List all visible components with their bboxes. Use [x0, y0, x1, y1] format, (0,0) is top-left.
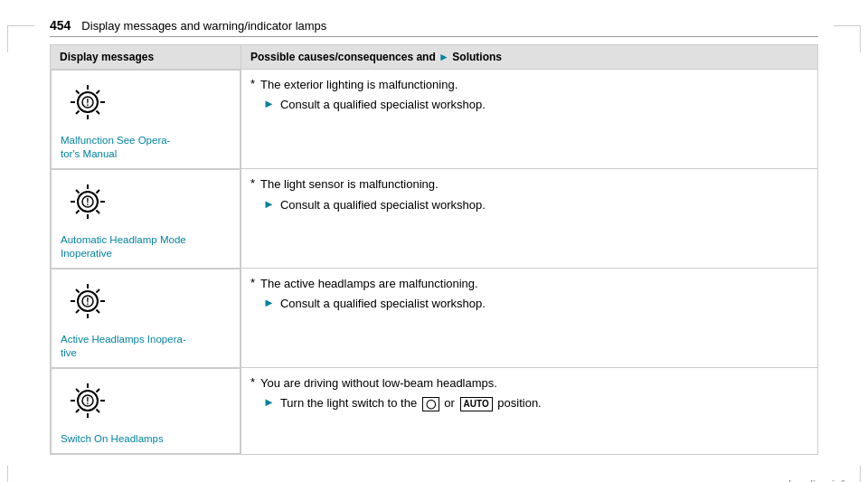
- display-label-1: Malfunction See Opera-tor's Manual: [61, 134, 170, 161]
- display-cell-3: ! Active Headlamps Inopera-tive: [51, 269, 241, 368]
- svg-line-31: [76, 309, 80, 313]
- svg-text:!: !: [86, 98, 89, 108]
- cause-text: The exterior lighting is malfunctioning.: [260, 77, 458, 93]
- svg-line-42: [76, 409, 80, 412]
- auto-badge: AUTO: [460, 397, 493, 411]
- main-table: Display messages Possible causes/consequ…: [50, 44, 818, 455]
- switch-headlamps-icon: !: [61, 376, 115, 426]
- headlamp-malfunction-icon: !: [61, 78, 115, 128]
- table-header-col2: Possible causes/consequences and ► Solut…: [241, 45, 818, 70]
- cause-item: * The active headlamps are malfunctionin…: [250, 276, 808, 292]
- svg-text:!: !: [86, 197, 89, 207]
- icon-area-4: !: [61, 376, 115, 429]
- display-label-4: Switch On Headlamps: [61, 432, 164, 446]
- causes-cell-4: * You are driving without low-beam headl…: [241, 368, 818, 454]
- cause-item: * You are driving without low-beam headl…: [250, 375, 808, 392]
- active-headlamps-icon: !: [61, 277, 115, 326]
- solution-text: Turn the light switch to the ◯ or AUTO p…: [280, 395, 542, 411]
- page-header: 454 Display messages and warning/indicat…: [50, 18, 818, 37]
- page-number: 454: [50, 18, 71, 33]
- page-container: 454 Display messages and warning/indicat…: [0, 18, 868, 482]
- svg-line-41: [97, 389, 100, 392]
- bullet-star: *: [250, 276, 255, 289]
- table-row: ! Active Headlamps Inopera-tive * The ac…: [51, 269, 818, 368]
- display-cell-2: ! Automatic Headlamp ModeInoperative: [51, 169, 241, 269]
- svg-line-39: [76, 389, 80, 392]
- svg-line-30: [97, 289, 100, 293]
- solution-arrow-icon: ►: [263, 296, 275, 309]
- page-title: Display messages and warning/indicator l…: [81, 19, 326, 33]
- icon-area-3: !: [61, 277, 115, 329]
- icon-area-2: !: [61, 177, 115, 230]
- causes-cell-1: * The exterior lighting is malfunctionin…: [241, 70, 818, 169]
- cause-text: The active headlamps are malfunctioning.: [260, 276, 478, 292]
- svg-line-28: [76, 289, 80, 293]
- auto-headlamp-icon: !: [61, 177, 115, 227]
- corner-mark-top-right: [834, 25, 861, 52]
- bullet-star: *: [250, 375, 255, 389]
- svg-line-29: [97, 309, 100, 313]
- causes-cell-3: * The active headlamps are malfunctionin…: [241, 269, 818, 368]
- display-label-3: Active Headlamps Inopera-tive: [61, 333, 186, 360]
- solution-text: Consult a qualified specialist workshop.: [280, 296, 486, 312]
- svg-text:!: !: [86, 297, 89, 307]
- table-row: ! Malfunction See Opera-tor's Manual * T…: [51, 70, 818, 169]
- cause-item: * The exterior lighting is malfunctionin…: [250, 77, 808, 93]
- corner-mark-top-left: [7, 25, 34, 52]
- svg-line-40: [97, 409, 100, 412]
- svg-line-20: [76, 210, 80, 213]
- display-cell-4: ! Switch On Headlamps: [51, 368, 241, 454]
- light-switch-badge: ◯: [422, 397, 439, 411]
- solution-item: ► Turn the light switch to the ◯ or AUTO…: [263, 395, 808, 411]
- content-area: 454 Display messages and warning/indicat…: [50, 18, 818, 455]
- cause-text: You are driving without low-beam headlam…: [260, 375, 497, 392]
- cause-item: * The light sensor is malfunctioning.: [250, 176, 808, 193]
- watermark: carmanualsonline.info: [736, 477, 850, 482]
- solution-item: ► Consult a qualified specialist worksho…: [263, 296, 808, 312]
- table-header-col1: Display messages: [51, 45, 241, 70]
- bullet-star: *: [250, 77, 255, 90]
- solution-arrow-icon: ►: [263, 97, 275, 110]
- solution-item: ► Consult a qualified specialist worksho…: [263, 97, 808, 113]
- svg-line-8: [97, 90, 100, 94]
- solutions-arrow-icon: ►: [439, 51, 449, 63]
- solution-item: ► Consult a qualified specialist worksho…: [263, 197, 808, 213]
- solution-text: Consult a qualified specialist workshop.: [280, 197, 486, 213]
- cause-text: The light sensor is malfunctioning.: [260, 176, 439, 193]
- svg-text:!: !: [86, 396, 89, 406]
- causes-cell-2: * The light sensor is malfunctioning. ► …: [241, 169, 818, 269]
- svg-line-18: [97, 210, 100, 213]
- display-cell-1: ! Malfunction See Opera-tor's Manual: [51, 70, 241, 169]
- svg-line-17: [76, 190, 80, 194]
- svg-line-9: [76, 111, 80, 115]
- solution-text: Consult a qualified specialist workshop.: [280, 97, 486, 113]
- icon-area-1: !: [61, 78, 115, 130]
- svg-line-7: [97, 111, 100, 115]
- corner-mark-bottom-left: [7, 466, 34, 482]
- table-row: ! Automatic Headlamp ModeInoperative * T…: [51, 169, 818, 269]
- svg-line-19: [97, 190, 100, 194]
- table-row: ! Switch On Headlamps * You are driving …: [51, 368, 818, 454]
- solution-arrow-icon: ►: [263, 197, 275, 211]
- display-label-2: Automatic Headlamp ModeInoperative: [61, 233, 186, 260]
- svg-line-6: [76, 90, 80, 94]
- bullet-star: *: [250, 176, 255, 190]
- solution-arrow-icon: ►: [263, 395, 275, 409]
